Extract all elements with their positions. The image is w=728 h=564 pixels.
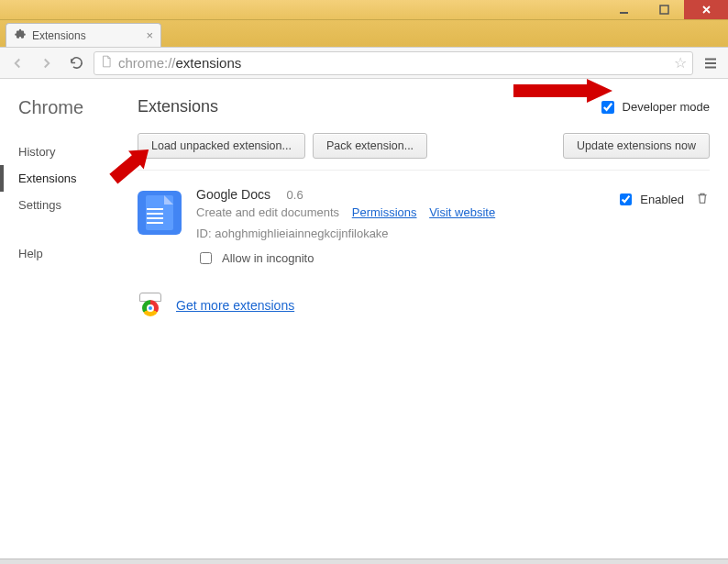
update-extensions-button[interactable]: Update extensions now [563, 133, 710, 159]
url-path: extensions [176, 55, 242, 71]
extension-id-value: aohghmighlieiainnegkcijnfilokake [215, 227, 388, 240]
load-unpacked-button[interactable]: Load unpacked extension... [138, 133, 305, 159]
sidebar-item-settings[interactable]: Settings [18, 192, 138, 218]
chrome-web-store-icon [138, 293, 163, 318]
action-row: Load unpacked extension... Pack extensio… [138, 124, 710, 171]
extension-version: 0.6 [287, 188, 303, 202]
sidebar: Chrome History Extensions Settings Help [0, 79, 138, 564]
permissions-link[interactable]: Permissions [352, 205, 417, 219]
svg-rect-1 [660, 6, 668, 14]
extension-id-label: ID: [196, 227, 212, 240]
allow-incognito-toggle[interactable]: Allow in incognito [196, 249, 601, 267]
browser-toolbar: chrome://extensions ☆ [0, 48, 728, 79]
puzzle-icon [14, 28, 27, 43]
page-icon [100, 55, 113, 71]
chrome-menu-button[interactable] [699, 51, 722, 75]
get-more-extensions-link[interactable]: Get more extensions [176, 298, 294, 313]
brand-title: Chrome [18, 97, 138, 118]
page-heading: Extensions [138, 97, 218, 116]
developer-mode-toggle[interactable]: Developer mode [598, 98, 710, 116]
sidebar-item-history[interactable]: History [18, 138, 138, 165]
sidebar-item-help[interactable]: Help [18, 240, 138, 267]
developer-mode-checkbox[interactable] [601, 101, 614, 114]
url-scheme: chrome:// [118, 55, 176, 71]
enabled-toggle[interactable]: Enabled [616, 191, 684, 208]
visit-website-link[interactable]: Visit website [429, 205, 495, 219]
url-text: chrome://extensions [118, 55, 241, 71]
reload-button[interactable] [64, 51, 88, 75]
allow-incognito-checkbox[interactable] [200, 252, 212, 264]
tab-strip: Extensions × [0, 20, 728, 48]
extension-icon [138, 191, 182, 235]
pack-extension-button[interactable]: Pack extension... [313, 133, 427, 159]
window-maximize-button[interactable] [644, 0, 684, 19]
window-titlebar [0, 0, 728, 20]
trash-icon[interactable] [695, 191, 710, 208]
browser-tab[interactable]: Extensions × [6, 23, 161, 47]
bookmark-star-icon[interactable]: ☆ [674, 54, 687, 72]
window-close-button[interactable] [684, 0, 728, 19]
tab-close-icon[interactable]: × [146, 28, 153, 42]
extension-name: Google Docs [196, 187, 270, 202]
extension-row: Google Docs 0.6 Create and edit document… [138, 171, 710, 276]
back-button[interactable] [6, 51, 29, 75]
sidebar-item-extensions[interactable]: Extensions [0, 165, 138, 192]
window-minimize-button[interactable] [603, 0, 644, 19]
developer-mode-label: Developer mode [623, 100, 710, 114]
window-bottom-border [0, 558, 728, 564]
tab-title: Extensions [32, 29, 86, 42]
address-bar[interactable]: chrome://extensions ☆ [94, 51, 693, 75]
main-panel: Extensions Developer mode Load unpacked … [138, 79, 728, 564]
forward-button[interactable] [35, 51, 59, 75]
svg-rect-0 [620, 12, 628, 14]
allow-incognito-label: Allow in incognito [222, 251, 314, 265]
enabled-label: Enabled [640, 193, 684, 206]
extension-description: Create and edit documents [196, 205, 339, 219]
get-more-extensions-row: Get more extensions [138, 293, 710, 322]
page-content: Chrome History Extensions Settings Help … [0, 79, 728, 564]
enabled-checkbox[interactable] [620, 194, 632, 205]
